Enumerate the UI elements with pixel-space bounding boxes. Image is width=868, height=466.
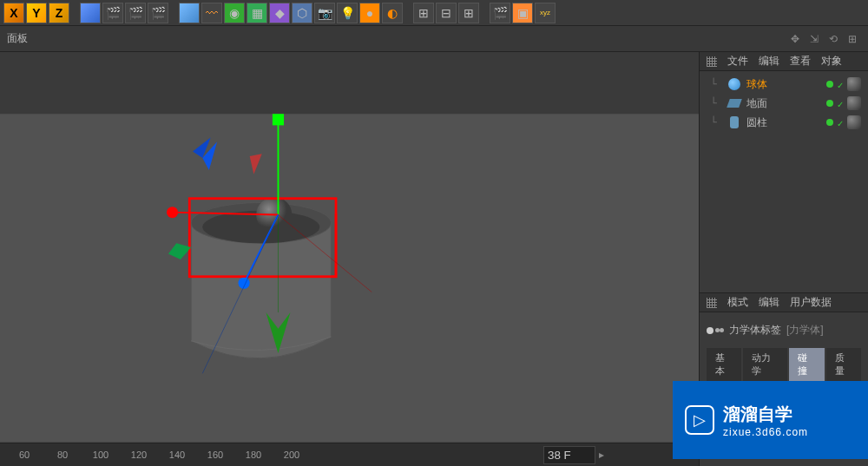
toolbar-array-icon[interactable]: ▦ bbox=[247, 3, 267, 23]
timeline-tick: 120 bbox=[122, 450, 156, 460]
rigidbody-icon bbox=[707, 327, 724, 334]
toolbar-layout2-icon[interactable]: ⊟ bbox=[436, 3, 457, 23]
panel-grip-icon[interactable] bbox=[707, 56, 717, 67]
timeline-tick: 180 bbox=[236, 450, 271, 460]
attr-menu-userdata[interactable]: 用户数据 bbox=[790, 295, 832, 310]
sphere-icon bbox=[727, 77, 741, 91]
tab-collision[interactable]: 碰撞 bbox=[789, 348, 824, 381]
3d-viewport[interactable]: 60 80 100 120 140 160 180 200 ▸ bbox=[0, 52, 699, 466]
svg-rect-4 bbox=[273, 114, 284, 125]
toolbar-layout1-icon[interactable]: ⊞ bbox=[413, 3, 434, 23]
toolbar-take2-icon[interactable]: 🎬 bbox=[125, 3, 146, 23]
toolbar-render1-icon[interactable]: ● bbox=[359, 3, 380, 23]
object-menu-view[interactable]: 查看 bbox=[790, 54, 811, 69]
object-toggles[interactable]: ✓ bbox=[826, 115, 866, 129]
timeline-tick: 140 bbox=[160, 450, 194, 460]
frame-stepper[interactable]: ▸ bbox=[599, 449, 604, 461]
toolbar-xyz-icon[interactable]: xyz bbox=[535, 3, 556, 23]
object-menu-file[interactable]: 文件 bbox=[727, 54, 748, 69]
object-toggles[interactable]: ✓ bbox=[826, 96, 866, 110]
cylinder-icon bbox=[727, 115, 741, 129]
attr-panel-header: 模式 编辑 用户数据 bbox=[700, 293, 868, 312]
view-layout-icon[interactable]: ⊞ bbox=[845, 32, 859, 46]
viewport-menu-bar: 面板 ✥ ⇲ ⟲ ⊞ bbox=[0, 26, 868, 52]
toolbar-layout3-icon[interactable]: ⊞ bbox=[458, 3, 479, 23]
hierarchy-cylinder[interactable]: └ 圆柱 ✓ bbox=[701, 113, 866, 132]
tree-line: └ bbox=[705, 116, 722, 128]
svg-marker-15 bbox=[168, 243, 191, 259]
toolbar-nurbs-icon[interactable]: ◉ bbox=[224, 3, 245, 23]
tree-line: └ bbox=[705, 97, 722, 109]
watermark-url: zixue.3d66.com bbox=[723, 426, 808, 438]
object-menu-object[interactable]: 对象 bbox=[821, 54, 842, 69]
object-name[interactable]: 球体 bbox=[746, 77, 821, 92]
timeline-tick: 160 bbox=[198, 450, 233, 460]
toolbar-environment-icon[interactable]: ⬡ bbox=[292, 3, 312, 23]
object-toggles[interactable]: ✓ bbox=[826, 77, 866, 91]
toolbar-project-icon[interactable]: ▣ bbox=[512, 3, 533, 23]
view-move-icon[interactable]: ✥ bbox=[788, 32, 802, 46]
hierarchy-floor[interactable]: └ 地面 ✓ bbox=[701, 94, 866, 113]
tab-dynamics[interactable]: 动力学 bbox=[743, 348, 787, 381]
tree-line: └ bbox=[705, 78, 722, 90]
dynamics-tag-icon[interactable] bbox=[847, 96, 861, 110]
toolbar-spline-icon[interactable]: 〰 bbox=[201, 3, 222, 23]
timeline-tick: 200 bbox=[274, 450, 309, 460]
timeline-tick: 60 bbox=[7, 450, 42, 460]
attr-menu-mode[interactable]: 模式 bbox=[727, 295, 748, 310]
axis-x-button[interactable]: X bbox=[3, 3, 24, 23]
toolbar-cube-icon[interactable] bbox=[80, 3, 101, 23]
watermark-title: 溜溜自学 bbox=[723, 403, 808, 426]
timeline[interactable]: 60 80 100 120 140 160 180 200 bbox=[0, 443, 529, 466]
object-name[interactable]: 地面 bbox=[746, 96, 821, 111]
tag-title-row: 力学体标签 [力学体] bbox=[707, 319, 861, 341]
scene-overlay bbox=[0, 52, 699, 443]
tab-basic[interactable]: 基本 bbox=[707, 348, 741, 381]
axis-z-button[interactable]: Z bbox=[49, 3, 69, 23]
toolbar-deformer-icon[interactable]: ◆ bbox=[269, 3, 290, 23]
dynamics-tag-icon[interactable] bbox=[847, 115, 861, 129]
toolbar-take1-icon[interactable]: 🎬 bbox=[102, 3, 123, 23]
timeline-tick: 100 bbox=[83, 450, 118, 460]
object-hierarchy[interactable]: └ 球体 ✓ └ 地面 ✓ └ 圆柱 ✓ bbox=[700, 71, 868, 292]
svg-point-8 bbox=[167, 207, 178, 218]
watermark-logo-icon: ▷ bbox=[685, 405, 714, 435]
tag-title: 力学体标签 bbox=[729, 323, 781, 338]
view-rotate-icon[interactable]: ⟲ bbox=[826, 32, 840, 46]
dynamics-tag-icon[interactable] bbox=[847, 77, 861, 91]
top-toolbar: X Y Z 🎬 🎬 🎬 〰 ◉ ▦ ◆ ⬡ 📷 💡 ● ◐ ⊞ ⊟ ⊞ 🎬 ▣ … bbox=[0, 0, 868, 26]
view-zoom-icon[interactable]: ⇲ bbox=[807, 32, 821, 46]
toolbar-take3-icon[interactable]: 🎬 bbox=[148, 3, 168, 23]
toolbar-render2-icon[interactable]: ◐ bbox=[382, 3, 403, 23]
toolbar-light-icon[interactable]: 💡 bbox=[337, 3, 358, 23]
panel-menu[interactable]: 面板 bbox=[7, 31, 28, 46]
object-name[interactable]: 圆柱 bbox=[746, 115, 821, 130]
toolbar-camera-icon[interactable]: 📷 bbox=[314, 3, 335, 23]
object-menu-edit[interactable]: 编辑 bbox=[759, 54, 779, 69]
attr-menu-edit[interactable]: 编辑 bbox=[759, 295, 779, 310]
tag-subtitle: [力学体] bbox=[786, 323, 824, 338]
plane-icon bbox=[727, 96, 741, 110]
object-panel-header: 文件 编辑 查看 对象 bbox=[700, 52, 868, 71]
watermark: ▷ 溜溜自学 zixue.3d66.com bbox=[673, 381, 868, 459]
toolbar-extra1-icon[interactable]: 🎬 bbox=[490, 3, 510, 23]
attr-tabs: 基本 动力学 碰撞 质量 bbox=[707, 348, 861, 381]
timeline-tick: 80 bbox=[45, 450, 80, 460]
axis-y-button[interactable]: Y bbox=[26, 3, 47, 23]
timeline-ruler[interactable]: 60 80 100 120 140 160 180 200 bbox=[7, 450, 523, 460]
panel-grip-icon[interactable] bbox=[707, 298, 717, 308]
tab-mass[interactable]: 质量 bbox=[826, 348, 861, 381]
toolbar-primitive-icon[interactable] bbox=[179, 3, 200, 23]
current-frame-input[interactable] bbox=[543, 446, 595, 464]
svg-marker-16 bbox=[250, 154, 262, 174]
hierarchy-sphere[interactable]: └ 球体 ✓ bbox=[701, 75, 866, 94]
